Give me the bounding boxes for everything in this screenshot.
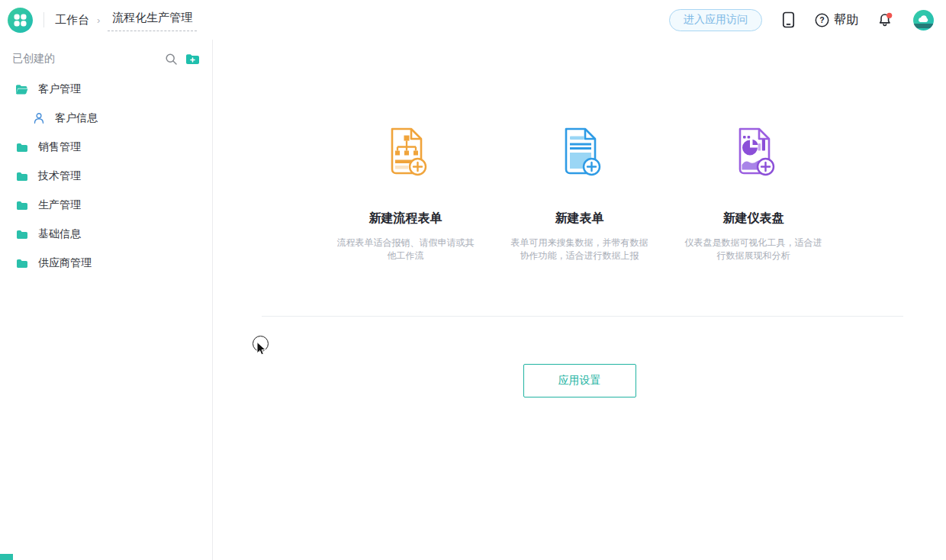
app-logo-icon[interactable] [8, 8, 33, 33]
question-circle-icon: ? [815, 13, 829, 27]
folder-icon [15, 259, 28, 269]
add-folder-icon[interactable] [185, 53, 200, 65]
section-divider [262, 316, 903, 317]
user-icon [32, 112, 45, 124]
card-description: 仪表盘是数据可视化工具，适合进行数据展现和分析 [683, 237, 825, 262]
dashboard-doc-icon [667, 127, 841, 177]
search-icon[interactable] [165, 53, 178, 66]
breadcrumb: 工作台 › 流程化生产管理 [55, 8, 197, 31]
notification-dot [886, 12, 892, 18]
card-description: 表单可用来搜集数据，并带有数据协作功能，适合进行数据上报 [509, 237, 651, 262]
header-divider [43, 12, 44, 27]
card-title: 新建流程表单 [319, 211, 493, 227]
sidebar-item-customer-management[interactable]: 客户管理 [0, 75, 212, 104]
sidebar-item-supplier-management[interactable]: 供应商管理 [0, 249, 212, 278]
create-form-card[interactable]: 新建表单 表单可用来搜集数据，并带有数据协作功能，适合进行数据上报 [493, 127, 667, 262]
sidebar-item-label: 供应商管理 [38, 256, 92, 270]
card-description: 流程表单适合报销、请假申请或其他工作流 [335, 237, 477, 262]
svg-text:?: ? [819, 15, 824, 24]
sidebar-item-customer-info[interactable]: 客户信息 [0, 104, 212, 133]
corner-widget[interactable] [0, 554, 13, 560]
create-flow-form-card[interactable]: 新建流程表单 流程表单适合报销、请假申请或其他工作流 [319, 127, 493, 262]
flow-form-doc-icon [319, 127, 493, 177]
app-tree: 客户管理 客户信息 销售管理 技术管理 [0, 75, 212, 278]
sidebar-item-label: 生产管理 [38, 198, 81, 212]
create-dashboard-card[interactable]: 新建仪表盘 仪表盘是数据可视化工具，适合进行数据展现和分析 [667, 127, 841, 262]
sidebar-item-basic-info[interactable]: 基础信息 [0, 220, 212, 249]
breadcrumb-app-name[interactable]: 流程化生产管理 [108, 8, 197, 31]
create-cards-row: 新建流程表单 流程表单适合报销、请假申请或其他工作流 新建表单 表单可用来搜集数… [213, 127, 946, 262]
sidebar-item-sales-management[interactable]: 销售管理 [0, 133, 212, 162]
card-title: 新建仪表盘 [667, 211, 841, 227]
sidebar-item-label: 客户信息 [55, 111, 98, 125]
folder-icon [15, 230, 28, 240]
enter-app-button[interactable]: 进入应用访问 [669, 9, 762, 31]
form-doc-icon [493, 127, 667, 177]
top-header: 工作台 › 流程化生产管理 进入应用访问 ? 帮助 [0, 0, 946, 40]
sidebar-item-label: 销售管理 [38, 140, 81, 154]
folder-icon [15, 143, 28, 153]
sidebar-item-tech-management[interactable]: 技术管理 [0, 162, 212, 191]
notifications-bell-icon[interactable] [877, 12, 894, 28]
mobile-preview-icon[interactable] [781, 11, 796, 28]
folder-icon [15, 172, 28, 182]
created-section-title: 已创建的 [12, 52, 55, 66]
help-button[interactable]: ? 帮助 [815, 12, 858, 28]
sidebar: 已创建的 客户管理 [0, 40, 213, 560]
help-label: 帮助 [834, 12, 858, 28]
avatar[interactable] [913, 10, 934, 31]
folder-open-icon [15, 84, 28, 95]
breadcrumb-workbench[interactable]: 工作台 [55, 13, 89, 27]
sidebar-item-label: 技术管理 [38, 169, 81, 183]
folder-icon [15, 201, 28, 211]
sidebar-item-production-management[interactable]: 生产管理 [0, 191, 212, 220]
sidebar-item-label: 基础信息 [38, 227, 81, 241]
avatar-role-band [913, 24, 934, 28]
sidebar-item-label: 客户管理 [38, 82, 81, 96]
app-settings-button[interactable]: 应用设置 [523, 364, 636, 397]
card-title: 新建表单 [493, 211, 667, 227]
chevron-right-icon: › [97, 14, 100, 26]
main-content: 新建流程表单 流程表单适合报销、请假申请或其他工作流 新建表单 表单可用来搜集数… [213, 40, 946, 560]
